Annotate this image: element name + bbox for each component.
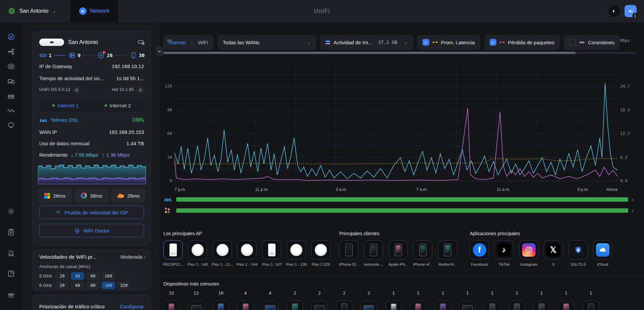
chevron-right-icon[interactable]: › xyxy=(632,197,633,202)
isp-speedtest-button[interactable]: Prueba de velocidad del ISP xyxy=(39,206,144,219)
tile-label: iPhone f3... xyxy=(338,262,360,266)
release-notes-icon[interactable] xyxy=(137,86,144,94)
sidebar-item-topology[interactable] xyxy=(7,48,15,56)
wan-tabs: Internet 1 Internet 2 xyxy=(39,98,144,112)
sidebar-item-radios[interactable] xyxy=(7,107,15,115)
checkbox[interactable]: ✓ xyxy=(490,39,496,46)
traffic-priority-configure-link[interactable]: Configurar xyxy=(120,304,144,310)
device-tile[interactable] xyxy=(238,301,254,310)
channel-width-5ghz-20[interactable]: 20 xyxy=(55,272,69,280)
app-tile-icloud[interactable] xyxy=(593,240,612,259)
channel-width-6ghz-20[interactable]: 20 xyxy=(55,281,69,289)
x-tick: 11 p.m. xyxy=(255,187,269,192)
ap-tile[interactable] xyxy=(163,240,183,259)
time-range-thumb[interactable] xyxy=(163,52,576,54)
network-version: red 10.1.85 xyxy=(112,86,144,94)
ap-tile[interactable] xyxy=(262,240,281,259)
app-tile-x[interactable]: 𝕏 xyxy=(544,240,563,259)
checkbox[interactable]: ✓ xyxy=(423,39,429,46)
device-tile[interactable] xyxy=(213,301,229,310)
site-selector[interactable]: San Antonio ⌄ xyxy=(0,0,70,22)
toggle-p-rdida-de-paquetes[interactable]: ✓ Pérdida de paquetes xyxy=(484,35,560,50)
chevron-right-icon[interactable]: › xyxy=(632,208,633,213)
sidebar-item-admins[interactable] xyxy=(7,291,15,299)
app-tile-ssl[interactable] xyxy=(568,240,588,259)
channel-width-6ghz-320[interactable]: 320 xyxy=(117,281,131,289)
device-tile[interactable] xyxy=(410,301,426,310)
device-tile[interactable] xyxy=(262,301,278,310)
client-tile[interactable] xyxy=(364,240,383,259)
sidebar-item-unifi-devices[interactable] xyxy=(7,62,15,70)
wan-tab-2[interactable]: Internet 2 xyxy=(92,99,144,112)
device-tile[interactable] xyxy=(435,301,451,310)
device-tile[interactable] xyxy=(484,301,500,310)
checkbox[interactable] xyxy=(569,39,576,46)
collapse-panel-button[interactable]: ⇤ xyxy=(156,46,164,56)
wan-tab-1[interactable]: Internet 1 xyxy=(40,99,92,112)
client-tile[interactable] xyxy=(339,240,358,259)
device-tile[interactable] xyxy=(361,301,377,310)
sidebar-item-settings[interactable] xyxy=(7,207,15,215)
toggle-prom-latencia[interactable]: ✓ Prom. Latencia xyxy=(417,35,480,50)
app-tile-facebook[interactable]: f xyxy=(470,240,489,259)
theme-toggle-button[interactable]: ◐ xyxy=(608,5,620,17)
device-tile[interactable] xyxy=(188,301,204,310)
device-count: 1 xyxy=(410,291,426,296)
notifications-button[interactable]: 1 xyxy=(625,5,637,17)
sidebar-item-insights[interactable] xyxy=(7,121,15,130)
latency-chart[interactable] xyxy=(175,63,617,181)
sidebar-item-clients[interactable] xyxy=(7,77,15,85)
usage-label: Uso de datos mensual xyxy=(39,141,89,146)
app-tile-instagram[interactable] xyxy=(519,240,538,259)
x-tick: 3 a.m. xyxy=(336,187,347,192)
y-tick-left: 120 xyxy=(161,84,172,89)
client-tile[interactable] xyxy=(413,240,432,259)
client-tile[interactable] xyxy=(438,240,457,259)
channel-width-6ghz-80[interactable]: 80 xyxy=(86,281,100,289)
toggle-conexiones[interactable]: Conexiones xyxy=(564,35,620,50)
tile-label: X xyxy=(542,262,565,266)
tab-network[interactable]: Network xyxy=(70,0,118,22)
y-tick-right: 18.5 xyxy=(620,108,635,112)
sidebar-item-floorplan[interactable] xyxy=(7,270,15,278)
ap-tile[interactable] xyxy=(287,240,306,259)
activity-selector[interactable]: Actividad de Int... 37.1 GB ⌄ xyxy=(320,35,413,50)
sidebar-item-alerts[interactable] xyxy=(7,249,15,257)
tab-wifi[interactable]: WiFi xyxy=(198,40,208,45)
device-tile[interactable] xyxy=(311,301,328,310)
ap-tile[interactable] xyxy=(213,240,232,259)
sidebar-item-system-log[interactable] xyxy=(7,228,15,236)
device-tile[interactable] xyxy=(287,301,303,310)
device-tile[interactable] xyxy=(583,301,599,310)
channel-width-5ghz-80[interactable]: 80 xyxy=(86,272,100,280)
device-tile[interactable] xyxy=(509,301,525,310)
channel-width-6ghz-160[interactable]: 160 xyxy=(102,281,115,289)
channel-width-5ghz-160[interactable]: 160 xyxy=(102,272,115,280)
gateway-settings-icon[interactable] xyxy=(137,38,145,46)
device-tile[interactable] xyxy=(336,301,352,310)
client-tile[interactable] xyxy=(389,240,408,259)
sidebar-item-dashboard[interactable] xyxy=(7,33,15,41)
release-notes-icon[interactable] xyxy=(73,86,81,94)
ap-tile[interactable] xyxy=(237,240,256,259)
tile-label: Facebook xyxy=(468,262,491,266)
channel-width-5ghz-40[interactable]: 40 xyxy=(71,272,84,280)
device-tile[interactable] xyxy=(386,301,402,310)
tile-label: Piso 1- 147 xyxy=(260,262,283,266)
device-tile[interactable] xyxy=(534,301,550,310)
app-tile-tiktok[interactable]: ♪ xyxy=(494,240,513,259)
isp-name[interactable]: Telmex DSL xyxy=(39,117,79,123)
device-tile[interactable] xyxy=(163,301,180,310)
sidebar-item-wifi-networks[interactable] xyxy=(7,92,15,100)
ap-tile[interactable] xyxy=(311,240,330,259)
wifi-doctor-button[interactable]: WiFi Doctor xyxy=(39,224,144,237)
device-tile[interactable] xyxy=(558,301,574,310)
wifi-speeds-status[interactable]: Moderada › xyxy=(120,254,145,260)
channel-width-6ghz-40[interactable]: 40 xyxy=(71,281,84,289)
device-tile[interactable] xyxy=(459,301,476,310)
wan-dropdown[interactable]: Todas las WANs ⌄ xyxy=(217,35,316,50)
tile-label: Piso 1 - 11... xyxy=(211,262,234,266)
ap-tile[interactable] xyxy=(188,240,207,259)
time-range-scrollbar[interactable] xyxy=(163,52,637,54)
device-thumbnail xyxy=(191,305,202,310)
